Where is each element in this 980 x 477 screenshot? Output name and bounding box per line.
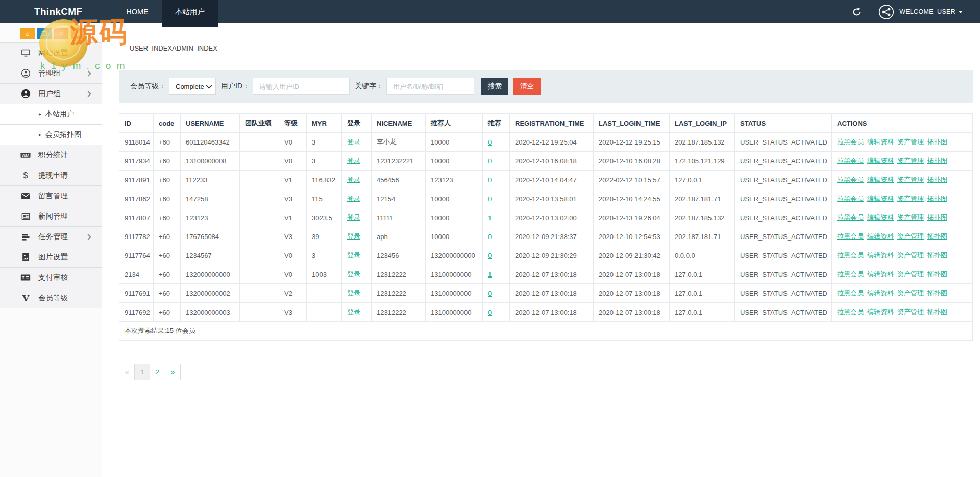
action-link-资产管理[interactable]: 资产管理 <box>897 176 924 183</box>
action-link-拉黑会员[interactable]: 拉黑会员 <box>837 157 864 164</box>
referral-count-link[interactable]: 0 <box>488 252 492 259</box>
cell-10: 2020-12-12 19:25:04 <box>510 133 594 152</box>
action-link-编辑资料[interactable]: 编辑资料 <box>867 195 894 202</box>
action-link-编辑资料[interactable]: 编辑资料 <box>867 251 894 259</box>
referral-count-link[interactable]: 0 <box>488 138 492 146</box>
sidebar-item-tasks[interactable]: 任务管理 <box>0 227 102 247</box>
action-link-资产管理[interactable]: 资产管理 <box>897 195 924 202</box>
member-level-select[interactable]: Complete <box>169 78 216 95</box>
action-link-拉黑会员[interactable]: 拉黑会员 <box>837 176 864 183</box>
action-link-拓扑图[interactable]: 拓扑图 <box>927 213 947 221</box>
avatar[interactable] <box>878 4 894 20</box>
action-link-拉黑会员[interactable]: 拉黑会员 <box>837 213 864 221</box>
action-link-编辑资料[interactable]: 编辑资料 <box>867 138 894 146</box>
action-link-拓扑图[interactable]: 拓扑图 <box>927 270 947 278</box>
referral-count-link[interactable]: 0 <box>488 195 492 203</box>
action-link-编辑资料[interactable]: 编辑资料 <box>867 289 894 297</box>
action-link-拓扑图[interactable]: 拓扑图 <box>927 157 947 164</box>
action-link-拓扑图[interactable]: 拓扑图 <box>927 176 947 183</box>
action-link-资产管理[interactable]: 资产管理 <box>897 138 924 146</box>
cell-0: 9118014 <box>119 133 154 152</box>
action-link-编辑资料[interactable]: 编辑资料 <box>867 176 894 183</box>
login-link[interactable]: 登录 <box>347 251 360 259</box>
sidebar-item-vine[interactable]: V会员等级 <box>0 288 102 308</box>
login-link[interactable]: 登录 <box>347 213 360 221</box>
sidebar-item-label: 用户组 <box>38 89 61 99</box>
action-link-资产管理[interactable]: 资产管理 <box>897 213 924 221</box>
brand-logo[interactable]: ThinkCMF <box>34 0 82 23</box>
home-quick-button[interactable]: ⌂ <box>20 28 35 39</box>
login-link[interactable]: 登录 <box>347 232 360 240</box>
keyword-input[interactable] <box>386 78 474 95</box>
action-link-拓扑图[interactable]: 拓扑图 <box>927 232 947 240</box>
action-link-编辑资料[interactable]: 编辑资料 <box>867 213 894 221</box>
referral-count-link[interactable]: 0 <box>488 233 492 241</box>
login-link[interactable]: 登录 <box>347 270 360 278</box>
sidebar-item-envelope[interactable]: 留言管理 <box>0 186 102 206</box>
referral-count-link[interactable]: 1 <box>488 214 492 222</box>
action-link-编辑资料[interactable]: 编辑资料 <box>867 270 894 278</box>
action-link-资产管理[interactable]: 资产管理 <box>897 289 924 297</box>
action-link-资产管理[interactable]: 资产管理 <box>897 270 924 278</box>
action-link-资产管理[interactable]: 资产管理 <box>897 308 924 316</box>
refresh-icon[interactable] <box>849 4 864 19</box>
referral-count-link[interactable]: 0 <box>488 157 492 165</box>
action-link-拓扑图[interactable]: 拓扑图 <box>927 289 947 297</box>
action-link-编辑资料[interactable]: 编辑资料 <box>867 157 894 164</box>
referral-count-link[interactable]: 0 <box>488 308 492 316</box>
search-button[interactable]: 搜索 <box>481 78 508 95</box>
action-link-拓扑图[interactable]: 拓扑图 <box>927 195 947 202</box>
pagination: «12» <box>119 364 181 380</box>
file-icon: ❐ <box>42 30 47 37</box>
referral-count-link[interactable]: 0 <box>488 176 492 184</box>
action-link-资产管理[interactable]: 资产管理 <box>897 251 924 259</box>
sidebar-item-monitor[interactable]: 网站设置 <box>0 43 102 63</box>
action-link-拉黑会员[interactable]: 拉黑会员 <box>837 270 864 278</box>
login-link[interactable]: 登录 <box>347 308 360 316</box>
recycle-quick-button[interactable]: ♻ <box>71 28 85 39</box>
action-link-编辑资料[interactable]: 编辑资料 <box>867 308 894 316</box>
sidebar-item-dollar[interactable]: $提现申请 <box>0 165 102 186</box>
sidebar-item-user-group[interactable]: 用户组 <box>0 84 102 104</box>
action-link-拓扑图[interactable]: 拓扑图 <box>927 138 947 146</box>
referral-count-link[interactable]: 1 <box>488 271 492 278</box>
file-quick-button[interactable]: ❐ <box>37 28 52 39</box>
login-link[interactable]: 登录 <box>347 289 360 297</box>
login-link[interactable]: 登录 <box>347 176 360 183</box>
tab-user-indexadmin-index[interactable]: USER_INDEXADMIN_INDEX <box>119 40 228 56</box>
login-link[interactable]: 登录 <box>347 195 360 202</box>
action-link-拓扑图[interactable]: 拓扑图 <box>927 251 947 259</box>
action-link-编辑资料[interactable]: 编辑资料 <box>867 232 894 240</box>
sidebar-item-本站用户[interactable]: ▸本站用户 <box>0 104 102 125</box>
page-button-2[interactable]: 2 <box>150 364 165 380</box>
trash-quick-button[interactable]: ✕ <box>54 28 68 39</box>
sidebar-item-visa[interactable]: VISA积分统计 <box>0 145 102 165</box>
action-link-拉黑会员[interactable]: 拉黑会员 <box>837 289 864 297</box>
nav-item-site-users[interactable]: 本站用户 <box>162 0 218 27</box>
cell-11: 2020-12-07 13:00:18 <box>594 303 670 322</box>
user-menu[interactable]: WELCOME_USER <box>899 8 963 15</box>
action-link-拉黑会员[interactable]: 拉黑会员 <box>837 232 864 240</box>
login-link[interactable]: 登录 <box>347 138 360 146</box>
action-link-资产管理[interactable]: 资产管理 <box>897 232 924 240</box>
action-link-拉黑会员[interactable]: 拉黑会员 <box>837 251 864 259</box>
action-link-拉黑会员[interactable]: 拉黑会员 <box>837 308 864 316</box>
action-link-拓扑图[interactable]: 拓扑图 <box>927 308 947 316</box>
login-link[interactable]: 登录 <box>347 157 360 164</box>
sidebar-item-会员拓扑图[interactable]: ▸会员拓扑图 <box>0 125 102 145</box>
referral-count-link[interactable]: 0 <box>488 290 492 297</box>
sidebar-item-idcard[interactable]: 支付审核 <box>0 268 102 288</box>
action-link-资产管理[interactable]: 资产管理 <box>897 157 924 164</box>
cell-login: 登录 <box>342 303 372 322</box>
sidebar-item-news[interactable]: 新闻管理 <box>0 206 102 227</box>
cell-0: 9117891 <box>119 171 154 189</box>
user-id-input[interactable] <box>253 78 350 95</box>
nav-item-home[interactable]: HOME <box>113 0 162 27</box>
action-link-拉黑会员[interactable]: 拉黑会员 <box>837 195 864 202</box>
page-button-»[interactable]: » <box>165 364 181 380</box>
action-link-拉黑会员[interactable]: 拉黑会员 <box>837 138 864 146</box>
sidebar-item-admin-group[interactable]: 管理组 <box>0 63 102 84</box>
clear-button[interactable]: 清空 <box>513 78 541 95</box>
sidebar-item-label: 提现申请 <box>38 171 68 180</box>
sidebar-item-image[interactable]: 图片设置 <box>0 247 102 268</box>
